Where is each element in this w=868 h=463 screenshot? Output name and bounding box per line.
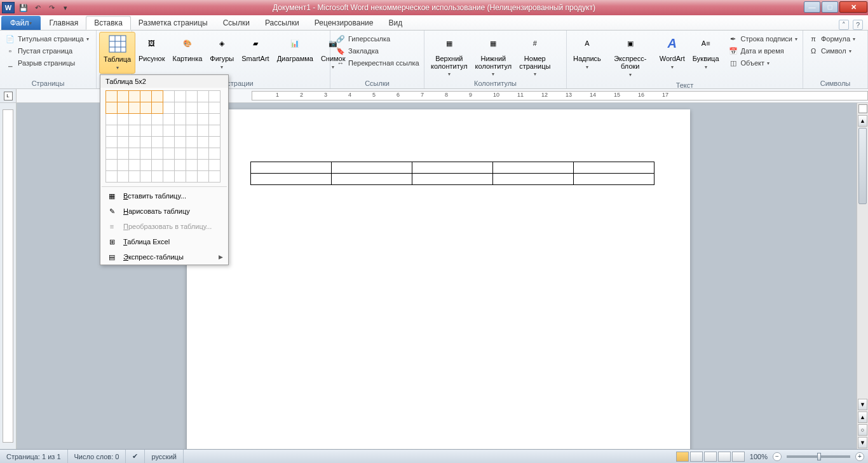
file-tab[interactable]: Файл ▾ — [1, 16, 41, 30]
table-grid-cell[interactable] — [209, 125, 220, 137]
draw-table-menu[interactable]: ✎Нарисовать таблицу — [100, 204, 228, 219]
excel-table-menu[interactable]: ⊞Таблица Excel — [100, 234, 228, 249]
header-button[interactable]: ▦Верхний колонтитул▾ — [427, 32, 471, 78]
dropcap-button[interactable]: A≡Буквица▾ — [689, 32, 723, 73]
page[interactable] — [187, 109, 690, 449]
signature-line-button[interactable]: ✒Строка подписи ▾ — [726, 33, 800, 45]
table-grid-cell[interactable] — [152, 148, 163, 160]
table-grid-cell[interactable] — [186, 160, 198, 171]
table-grid-cell[interactable] — [186, 114, 198, 125]
object-button[interactable]: ◫Объект ▾ — [726, 57, 800, 69]
insert-table-menu[interactable]: ▦Вставить таблицу... — [100, 188, 228, 204]
table-grid-cell[interactable] — [198, 102, 209, 114]
table-grid-cell[interactable] — [209, 114, 220, 125]
tab-вид[interactable]: Вид — [381, 16, 410, 30]
table-grid-cell[interactable] — [163, 160, 175, 171]
close-button[interactable]: ✕ — [839, 1, 867, 13]
table-grid-cell[interactable] — [106, 148, 118, 160]
table-grid-cell[interactable] — [175, 125, 186, 137]
doc-table-cell[interactable] — [332, 162, 412, 174]
tab-вставка[interactable]: Вставка — [86, 16, 131, 30]
doc-table-cell[interactable] — [493, 174, 574, 185]
textbox-button[interactable]: AНадпись▾ — [569, 32, 605, 73]
table-grid-cell[interactable] — [163, 91, 175, 102]
tab-разметка-страницы[interactable]: Разметка страницы — [131, 16, 215, 30]
table-grid-cell[interactable] — [129, 137, 140, 148]
minimize-button[interactable]: — — [804, 1, 820, 13]
table-grid-cell[interactable] — [118, 148, 129, 160]
zoom-level[interactable]: 100% — [750, 453, 768, 460]
table-grid-cell[interactable] — [106, 125, 118, 137]
table-grid-cell[interactable] — [129, 160, 140, 171]
draft-view[interactable] — [732, 452, 745, 462]
table-grid-cell[interactable] — [186, 137, 198, 148]
table-grid-cell[interactable] — [209, 160, 220, 171]
table-grid-cell[interactable] — [186, 171, 198, 183]
table-grid-cell[interactable] — [175, 91, 186, 102]
qat-customize[interactable]: ▾ — [59, 2, 72, 13]
tab-рецензирование[interactable]: Рецензирование — [307, 16, 381, 30]
table-grid-cell[interactable] — [163, 137, 175, 148]
symbol-button[interactable]: ΩСимвол ▾ — [806, 45, 858, 57]
table-grid-cell[interactable] — [198, 171, 209, 183]
quick-tables-menu[interactable]: ▤Экспресс-таблицы▶ — [100, 249, 228, 265]
table-grid-cell[interactable] — [106, 102, 118, 114]
table-grid-cell[interactable] — [175, 160, 186, 171]
document-table[interactable] — [250, 162, 654, 185]
quickparts-button[interactable]: ▣Экспресс-блоки▾ — [605, 32, 656, 80]
table-grid-cell[interactable] — [106, 137, 118, 148]
picture-button[interactable]: 🖼Рисунок — [135, 32, 169, 64]
tab-главная[interactable]: Главная — [42, 16, 86, 30]
table-grid-cell[interactable] — [186, 91, 198, 102]
fullscreen-reading-view[interactable] — [690, 452, 703, 462]
table-grid-cell[interactable] — [129, 171, 140, 183]
spell-check[interactable]: ✔ — [126, 450, 145, 463]
smartart-button[interactable]: ▰SmartArt — [238, 32, 273, 64]
table-grid-cell[interactable] — [106, 171, 118, 183]
table-grid-cell[interactable] — [140, 114, 152, 125]
prev-page-button[interactable]: ▲ — [858, 411, 867, 423]
table-grid-cell[interactable] — [163, 102, 175, 114]
table-grid-cell[interactable] — [209, 91, 220, 102]
table-grid-cell[interactable] — [129, 125, 140, 137]
browse-object-button[interactable]: ○ — [858, 424, 867, 436]
table-grid-cell[interactable] — [118, 102, 129, 114]
language-status[interactable]: русский — [145, 450, 183, 463]
table-grid-cell[interactable] — [152, 102, 163, 114]
table-grid-cell[interactable] — [118, 114, 129, 125]
table-grid-cell[interactable] — [106, 114, 118, 125]
clipart-button[interactable]: 🎨Картинка — [169, 32, 207, 64]
footer-button[interactable]: ▦Нижний колонтитул▾ — [471, 32, 516, 78]
print-layout-view[interactable] — [676, 452, 689, 462]
page-status[interactable]: Страница: 1 из 1 — [0, 450, 68, 463]
tab-рассылки[interactable]: Рассылки — [257, 16, 307, 30]
zoom-handle[interactable] — [817, 453, 821, 460]
scroll-thumb[interactable] — [858, 128, 867, 204]
page-break-button[interactable]: ⎯Разрыв страницы — [3, 57, 92, 69]
table-grid-cell[interactable] — [118, 125, 129, 137]
table-grid-cell[interactable] — [209, 137, 220, 148]
table-grid-cell[interactable] — [140, 125, 152, 137]
web-layout-view[interactable] — [704, 452, 717, 462]
ruler-toggle[interactable] — [858, 104, 867, 113]
table-grid-cell[interactable] — [129, 102, 140, 114]
table-grid-cell[interactable] — [140, 148, 152, 160]
table-size-grid[interactable] — [105, 90, 220, 183]
table-grid-cell[interactable] — [186, 102, 198, 114]
table-grid-cell[interactable] — [198, 137, 209, 148]
table-grid-cell[interactable] — [118, 160, 129, 171]
table-grid-cell[interactable] — [198, 125, 209, 137]
bookmark-button[interactable]: 🔖Закладка — [333, 45, 422, 57]
next-page-button[interactable]: ▼ — [858, 437, 867, 448]
blank-page-button[interactable]: ▫Пустая страница — [3, 45, 92, 57]
doc-table-cell[interactable] — [574, 174, 654, 185]
table-grid-cell[interactable] — [152, 125, 163, 137]
table-grid-cell[interactable] — [118, 91, 129, 102]
help-button[interactable]: ? — [853, 20, 863, 30]
undo-button[interactable]: ↶ — [31, 2, 44, 13]
save-button[interactable]: 💾 — [17, 2, 30, 13]
doc-table-cell[interactable] — [412, 174, 493, 185]
table-grid-cell[interactable] — [198, 91, 209, 102]
table-grid-cell[interactable] — [152, 160, 163, 171]
table-grid-cell[interactable] — [163, 171, 175, 183]
